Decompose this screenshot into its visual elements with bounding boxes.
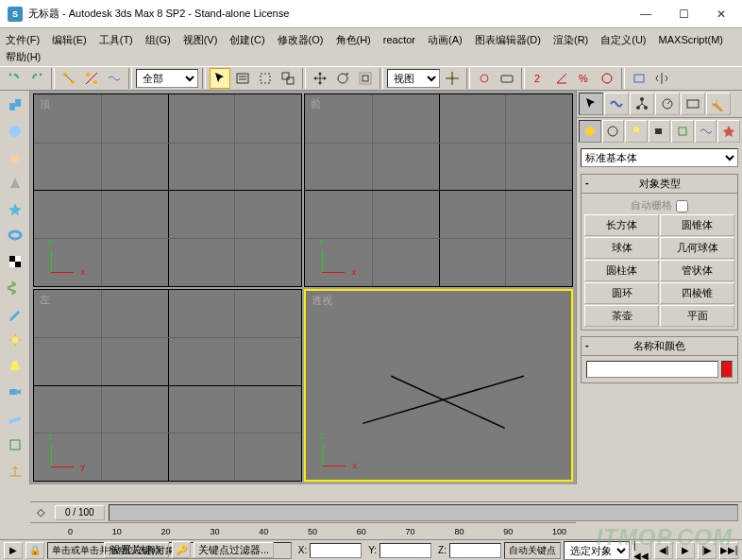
goto-start-button[interactable]: |◀◀ <box>632 542 651 559</box>
auto-key-button[interactable]: 自动关键点 <box>504 542 561 559</box>
set-key-button[interactable]: 设置关键点 <box>104 542 169 558</box>
object-name-input[interactable] <box>586 361 718 378</box>
teapot-shape-icon[interactable] <box>3 144 27 169</box>
omni-light-icon[interactable] <box>3 328 27 352</box>
geometry-category[interactable] <box>579 120 601 143</box>
box-button[interactable]: 长方体 <box>584 214 659 236</box>
systems-category[interactable] <box>717 120 740 143</box>
spotlight-icon[interactable] <box>3 354 27 379</box>
named-selection-button[interactable] <box>629 68 649 89</box>
menu-create[interactable]: 创建(C) <box>229 31 264 48</box>
spring-icon[interactable] <box>3 276 27 300</box>
torus-button[interactable]: 圆环 <box>584 282 659 304</box>
pencil-icon[interactable] <box>3 301 27 326</box>
minimize-button[interactable]: — <box>627 3 665 25</box>
y-coord-input[interactable] <box>379 543 431 558</box>
select-region-button[interactable] <box>255 68 276 89</box>
menu-help[interactable]: 帮助(H) <box>6 48 41 65</box>
rotate-button[interactable] <box>332 68 353 89</box>
plane-button[interactable]: 平面 <box>660 305 734 327</box>
link-button[interactable] <box>59 68 79 89</box>
create-tab[interactable] <box>579 93 603 115</box>
helper-icon[interactable] <box>3 433 27 457</box>
motion-tab[interactable] <box>655 93 680 115</box>
object-color-swatch[interactable] <box>721 361 733 378</box>
checker-icon[interactable] <box>3 249 27 274</box>
viewport-left[interactable]: 左 zy <box>33 289 302 483</box>
key-target-dropdown[interactable]: 选定对象 <box>564 541 630 560</box>
ref-coord-dropdown[interactable]: 视图 <box>387 69 440 88</box>
next-frame-button[interactable]: |▶ <box>698 542 717 559</box>
modify-tab[interactable] <box>604 93 629 115</box>
bind-spacewarp-button[interactable] <box>104 68 125 89</box>
lock-selection-icon[interactable]: 🔒 <box>25 542 44 559</box>
move-button[interactable] <box>310 68 330 89</box>
snap-2d-button[interactable]: 2 <box>529 68 549 89</box>
menu-group[interactable]: 组(G) <box>145 31 171 48</box>
snap-angle-button[interactable] <box>551 68 572 89</box>
camera-icon[interactable] <box>3 380 27 404</box>
prev-frame-button[interactable]: ◀| <box>654 542 673 559</box>
display-tab[interactable] <box>681 93 705 115</box>
spacewarps-category[interactable] <box>695 120 717 143</box>
window-crossing-button[interactable] <box>278 68 298 89</box>
snap-percent-button[interactable]: % <box>574 68 595 89</box>
manipulate-button[interactable] <box>474 68 495 89</box>
close-button[interactable]: ✕ <box>702 3 740 25</box>
scale-button[interactable] <box>355 68 376 89</box>
select-by-name-button[interactable] <box>232 68 253 89</box>
time-config-icon[interactable]: ◇ <box>30 502 51 523</box>
maximize-button[interactable]: ☐ <box>665 3 702 25</box>
menu-file[interactable]: 文件(F) <box>6 31 40 48</box>
z-coord-input[interactable] <box>449 543 501 558</box>
hierarchy-tab[interactable] <box>630 93 654 115</box>
teapot-button[interactable]: 茶壶 <box>584 305 659 327</box>
time-slider[interactable]: 0 / 100 <box>55 505 105 520</box>
keyboard-shortcut-button[interactable] <box>497 68 517 89</box>
helpers-category[interactable] <box>671 120 694 143</box>
selection-filter-dropdown[interactable]: 全部 <box>136 69 198 88</box>
key-filters-button[interactable]: 关键点过滤器... <box>194 542 274 558</box>
autogrid-checkbox[interactable] <box>676 200 688 212</box>
x-coord-input[interactable] <box>310 543 362 558</box>
time-track[interactable] <box>109 504 738 521</box>
sphere-button[interactable]: 球体 <box>584 237 659 259</box>
scale-icon[interactable] <box>3 458 27 483</box>
pivot-center-button[interactable] <box>442 68 463 89</box>
cone-button[interactable]: 圆锥体 <box>660 214 734 236</box>
menu-animation[interactable]: 动画(A) <box>428 31 463 48</box>
sphere-shape-icon[interactable] <box>3 119 27 144</box>
viewport-top[interactable]: 顶 yx <box>33 93 302 287</box>
pyramid-button[interactable]: 四棱锥 <box>660 282 734 304</box>
geosphere-button[interactable]: 几何球体 <box>660 237 734 259</box>
plane-icon[interactable] <box>3 406 27 431</box>
menu-view[interactable]: 视图(V) <box>183 31 218 48</box>
primitive-category-dropdown[interactable]: 标准基本体 <box>581 148 738 167</box>
viewport-front[interactable]: 前 zx <box>304 93 573 287</box>
track-bar[interactable]: 0 10 20 30 40 50 60 70 80 90 100 <box>30 522 576 539</box>
maxscript-mini-icon[interactable]: ▶ <box>4 542 23 559</box>
key-icon[interactable]: 🔑 <box>172 541 191 558</box>
viewport-perspective[interactable]: 透视 zx <box>304 289 573 483</box>
utilities-tab[interactable] <box>706 93 731 115</box>
menu-graph-editors[interactable]: 图表编辑器(D) <box>475 31 541 48</box>
menu-maxscript[interactable]: MAXScript(M) <box>659 31 723 48</box>
snap-spinner-button[interactable] <box>597 68 617 89</box>
menu-edit[interactable]: 编辑(E) <box>52 31 87 48</box>
lights-category[interactable] <box>625 120 648 143</box>
menu-customize[interactable]: 自定义(U) <box>600 31 646 48</box>
menu-tools[interactable]: 工具(T) <box>99 31 133 48</box>
menu-modifiers[interactable]: 修改器(O) <box>278 31 324 48</box>
goto-end-button[interactable]: ▶▶| <box>719 542 738 559</box>
shapes-category[interactable] <box>602 120 625 143</box>
unlink-button[interactable] <box>81 68 102 89</box>
cameras-category[interactable] <box>649 120 671 143</box>
redo-button[interactable] <box>26 68 47 89</box>
tube-button[interactable]: 管状体 <box>660 260 734 281</box>
select-button[interactable] <box>210 68 230 89</box>
mirror-button[interactable] <box>651 68 672 89</box>
cylinder-button[interactable]: 圆柱体 <box>584 260 659 281</box>
menu-rendering[interactable]: 渲染(R) <box>553 31 588 48</box>
play-button[interactable]: ▶ <box>676 542 695 559</box>
torus-shape-icon[interactable] <box>3 223 27 247</box>
